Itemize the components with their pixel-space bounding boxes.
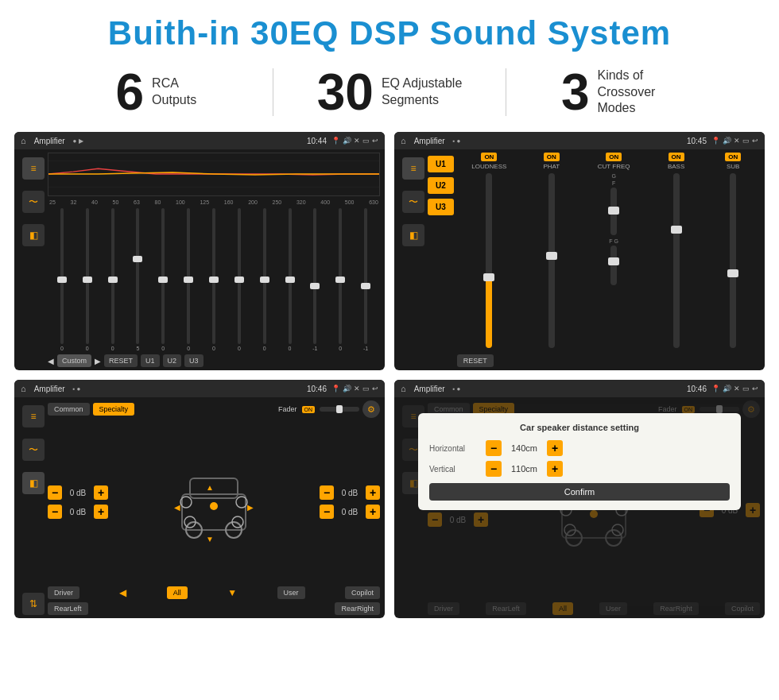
page-title: Buith-in 30EQ DSP Sound System [16,14,763,52]
spk-sidebar-icon-2[interactable]: 〜 [22,439,45,461]
dlg-vertical-row: Vertical − 110cm + [429,461,730,477]
cutfreq-slider-2[interactable] [610,246,617,285]
eq-bottom-bar: ◀ Custom ▶ RESET U1 U2 U3 [48,354,380,367]
spk-settings-btn[interactable]: ⚙ [362,400,380,418]
eq-freq-labels: 25 32 40 50 63 80 100 125 160 200 250 32… [48,199,380,205]
eq-slider-1: 0 [75,208,100,351]
xover-sidebar: ≡ 〜 ◧ [399,153,428,367]
spk-nav-down-icon: ▼ [227,587,237,598]
bass-label: BASS [668,163,684,170]
location-icon-4: 📍 [711,385,720,393]
distance-dialog: Car speaker distance setting Horizontal … [418,413,741,510]
svg-text:▼: ▼ [206,535,214,543]
status-bar-dlg: ⌂ Amplifier ▪ ● 10:46 📍 🔊 ✕ ▭ ↩ [394,380,765,397]
phat-slider[interactable] [548,173,555,348]
spk-plus-2[interactable]: + [94,505,108,519]
eq-slider-3: 5 [126,208,151,351]
eq-sidebar-icon-2[interactable]: 〜 [22,191,45,213]
loudness-slider[interactable] [486,173,492,348]
eq-prev-icon[interactable]: ◀ [48,357,54,365]
xover-reset-btn[interactable]: RESET [457,354,494,367]
dlg-horizontal-minus[interactable]: − [486,440,502,456]
spk-tab-common[interactable]: Common [48,403,90,416]
xover-sidebar-icon-3[interactable]: ◧ [402,224,424,246]
close-icon-4: ✕ [734,385,740,393]
spk-minus-2[interactable]: − [48,505,62,519]
sub-slider[interactable] [730,173,736,348]
spk-sidebar: ≡ 〜 ◧ ⇅ [19,400,48,615]
fader-on-badge: ON [302,406,316,413]
spk-minus-3[interactable]: − [320,485,334,500]
svg-point-24 [590,510,598,518]
dlg-horizontal-value: 140cm [506,443,542,453]
eq-reset-btn[interactable]: RESET [104,354,138,367]
xover-u2-btn[interactable]: U2 [428,177,454,194]
stat-rca-number: 6 [116,67,145,118]
spk-rearleft-btn[interactable]: RearLeft [48,602,88,615]
eq-u3-btn[interactable]: U3 [184,354,203,367]
eq-main-panel: 25 32 40 50 63 80 100 125 160 200 250 32… [48,153,380,367]
xover-u1-btn[interactable]: U1 [428,156,454,172]
window-icon-2: ▭ [742,137,750,145]
spk-copilot-btn[interactable]: Copilot [345,586,380,599]
window-icon-4: ▭ [742,385,750,393]
svg-text:▶: ▶ [247,503,254,512]
xover-status-icons: 📍 🔊 ✕ ▭ ↩ [711,137,758,145]
eq-slider-10: -1 [302,208,327,351]
page-header: Buith-in 30EQ DSP Sound System [0,0,779,60]
spk-app-title: Amplifier [34,385,65,393]
eq-status-icons: 📍 🔊 ✕ ▭ ↩ [331,137,378,145]
spk-sidebar-icon-3[interactable]: ◧ [22,472,45,494]
spk-car-diagram: ▲ ▼ ◀ ▶ [113,421,315,583]
spk-driver-btn[interactable]: Driver [48,586,79,599]
fader-slider[interactable] [320,407,359,412]
spk-sidebar-icon-4[interactable]: ⇅ [22,593,45,615]
spk-all-btn[interactable]: All [167,586,188,599]
eq-sidebar: ≡ 〜 ◧ [19,153,48,367]
back-icon-3: ↩ [372,385,378,393]
eq-u2-btn[interactable]: U2 [163,354,182,367]
dlg-app-title: Amplifier [414,385,445,393]
loudness-label: LOUDNESS [471,163,506,170]
xover-sidebar-icon-1[interactable]: ≡ [402,157,424,180]
spk-minus-4[interactable]: − [320,505,334,519]
back-icon-2: ↩ [752,137,758,145]
dlg-horizontal-row: Horizontal − 140cm + [429,440,730,456]
spk-user-btn[interactable]: User [277,586,305,599]
phat-label: PHAT [543,163,560,170]
spk-rearright-btn[interactable]: RearRight [335,602,380,615]
xover-sidebar-icon-2[interactable]: 〜 [402,191,424,213]
dlg-vertical-plus[interactable]: + [547,461,563,477]
spk-tab-specialty[interactable]: Specialty [93,403,135,416]
eq-slider-5: 0 [176,208,201,351]
spk-left-controls: − 0 dB + − 0 dB + [48,421,108,583]
spk-db-row-1: − 0 dB + [48,485,108,500]
stat-eq-number: 30 [317,67,374,118]
home-icon: ⌂ [21,136,26,145]
spk-minus-1[interactable]: − [48,485,62,500]
spk-db-row-2: − 0 dB + [48,505,108,519]
volume-icon-2: 🔊 [723,137,731,145]
eq-next-icon[interactable]: ▶ [95,357,101,365]
confirm-button[interactable]: Confirm [429,483,730,501]
cutfreq-slider-1[interactable] [610,188,617,235]
eq-time: 10:44 [307,137,327,145]
xover-app-title: Amplifier [414,137,445,145]
dlg-vertical-minus[interactable]: − [486,461,502,477]
spk-plus-1[interactable]: + [94,485,108,500]
spk-controls: − 0 dB + − 0 dB + [48,421,380,583]
xover-u-btns: U1 U2 U3 [428,156,454,367]
spk-right-controls: − 0 dB + − 0 dB + [320,421,380,583]
eq-u1-btn[interactable]: U1 [141,354,160,367]
spk-sidebar-icon-1[interactable]: ≡ [22,405,45,427]
spk-plus-4[interactable]: + [366,505,380,519]
eq-sidebar-icon-1[interactable]: ≡ [22,157,45,180]
dlg-horizontal-plus[interactable]: + [547,440,563,456]
eq-preset-custom[interactable]: Custom [57,354,91,367]
xover-u3-btn[interactable]: U3 [428,199,454,215]
spk-db-row-3: − 0 dB + [320,485,380,500]
spk-plus-3[interactable]: + [366,485,380,500]
bass-slider[interactable] [673,173,680,348]
screen-eq: ⌂ Amplifier ● ▶ 10:44 📍 🔊 ✕ ▭ ↩ ≡ 〜 ◧ [14,132,385,370]
eq-sidebar-icon-3[interactable]: ◧ [22,224,45,246]
